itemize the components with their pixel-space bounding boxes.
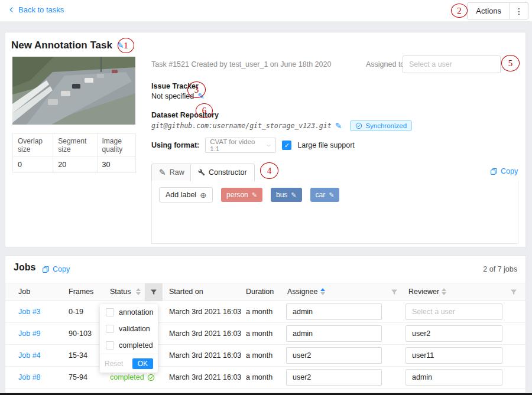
filter-ok-button[interactable]: OK <box>132 358 153 369</box>
jobs-card: Jobs Copy 2 of 7 jobs Job Frames Status … <box>5 255 526 393</box>
job-link[interactable]: Job #8 <box>18 373 41 381</box>
checkbox[interactable] <box>106 341 114 350</box>
task-meta: Task #1521 Created by test_user_1 on Jun… <box>151 60 331 68</box>
check-circle-icon <box>147 374 155 381</box>
more-vertical-icon[interactable]: ⋮ <box>510 6 528 16</box>
task-assignee-input[interactable] <box>403 56 501 73</box>
col-duration[interactable]: Duration <box>246 288 274 296</box>
job-reviewer-input[interactable] <box>406 303 502 320</box>
col-frames[interactable]: Frames <box>69 288 93 296</box>
back-to-tasks-label: Back to tasks <box>18 5 64 14</box>
col-assignee[interactable]: Assignee <box>287 288 317 296</box>
job-duration: a month <box>246 329 273 338</box>
tab-raw-label: Raw <box>170 168 184 177</box>
reviewer-sort-icon[interactable] <box>442 288 446 295</box>
job-link[interactable]: Job #9 <box>18 329 41 338</box>
edit-repo-icon[interactable]: ✎ <box>335 121 342 130</box>
params-header-row: Overlap size Segment size Image quality <box>13 134 136 157</box>
assignee-sort-icon[interactable] <box>320 288 325 295</box>
param-header-quality: Image quality <box>97 134 135 157</box>
actions-button[interactable]: Actions ⋮ <box>467 2 528 19</box>
edit-icon[interactable]: ✎ <box>291 191 296 199</box>
job-started-on: March 3rd 2021 16:03 <box>169 373 241 381</box>
table-row: Job #3 0-19 March 3rd 2021 16:03 a month <box>5 301 525 323</box>
status-filter-dropdown: annotationvalidationcompleted Reset OK <box>100 304 158 373</box>
job-reviewer-input[interactable] <box>406 369 502 386</box>
tab-raw[interactable]: ✎ Raw <box>151 164 192 181</box>
jobs-copy-label: Copy <box>53 265 70 273</box>
chevron-down-icon <box>266 143 271 148</box>
job-assignee-input[interactable] <box>286 325 382 342</box>
issue-tracker-value: Not specified <box>151 92 194 100</box>
filter-option-validation[interactable]: validation <box>100 321 158 337</box>
annotation-circle-3: 3 <box>187 81 206 98</box>
large-file-checkbox[interactable]: ✓ <box>282 141 291 150</box>
jobs-copy-link[interactable]: Copy <box>42 265 70 273</box>
label-tag-car[interactable]: car✎ <box>310 188 340 202</box>
label-tag-text: person <box>226 191 248 199</box>
format-select[interactable]: CVAT for video 1.1 <box>205 138 276 153</box>
status-filter-icon[interactable] <box>145 283 163 301</box>
job-assignee-input[interactable] <box>286 303 382 320</box>
table-row: Job #8 75-94 completed March 3rd 2021 16… <box>5 367 525 389</box>
label-tag-text: car <box>316 191 326 199</box>
table-row: Job #9 90-103 March 3rd 2021 16:03 a mon… <box>5 323 525 345</box>
job-frames: 75-94 <box>69 373 87 381</box>
status-sort-icon[interactable] <box>136 288 141 295</box>
job-assignee-input[interactable] <box>286 369 382 386</box>
table-row: Job #4 15-34 March 3rd 2021 16:03 a mont… <box>5 345 525 367</box>
col-job[interactable]: Job <box>18 288 30 296</box>
sync-check-icon <box>355 122 362 129</box>
col-reviewer[interactable]: Reviewer <box>408 288 439 296</box>
job-frames: 0-19 <box>69 308 83 316</box>
assigned-to-label: Assigned to <box>366 60 404 68</box>
params-value-row: 0 20 30 <box>13 157 136 173</box>
assignee-filter-icon[interactable] <box>391 289 398 298</box>
annotation-circle-6: 6 <box>196 103 213 118</box>
annotation-circle-4: 4 <box>260 162 278 179</box>
dataset-repo-row: git@github.com:username/git_storage_v123… <box>151 120 412 131</box>
labels-list: Add label ⊕ person✎bus✎car✎ <box>159 187 339 203</box>
funnel-icon <box>510 289 517 296</box>
filter-option-label: completed <box>119 341 153 350</box>
status-filter-options: annotationvalidationcompleted <box>100 304 158 354</box>
checkbox[interactable] <box>106 325 114 333</box>
filter-option-annotation[interactable]: annotation <box>100 304 158 321</box>
job-assignee-input[interactable] <box>286 347 382 364</box>
edit-icon[interactable]: ✎ <box>329 191 334 199</box>
col-started-on[interactable]: Started on <box>169 288 203 296</box>
param-header-overlap: Overlap size <box>13 134 53 157</box>
task-detail-card: New Annotation Task ✎ Overlap size Segme… <box>5 32 526 248</box>
task-thumbnail <box>12 57 135 125</box>
jobs-table-rows: Job #3 0-19 March 3rd 2021 16:03 a month… <box>5 301 525 389</box>
job-duration: a month <box>246 351 273 360</box>
label-tag-person[interactable]: person✎ <box>221 188 262 202</box>
label-tag-bus[interactable]: bus✎ <box>271 188 302 202</box>
col-status[interactable]: Status <box>110 288 131 296</box>
job-status-text: completed <box>110 373 144 381</box>
pencil-icon: ✎ <box>159 168 166 177</box>
format-select-value: CVAT for video 1.1 <box>210 138 266 152</box>
back-to-tasks-link[interactable]: Back to tasks <box>8 5 64 14</box>
filter-reset-button[interactable]: Reset <box>105 360 123 368</box>
param-value-overlap: 0 <box>13 157 53 173</box>
job-status: completed <box>110 373 155 381</box>
job-frames: 15-34 <box>69 351 87 360</box>
reviewer-filter-icon[interactable] <box>510 289 517 298</box>
job-reviewer-input[interactable] <box>406 347 502 364</box>
checkbox[interactable] <box>106 308 114 316</box>
actions-label[interactable]: Actions <box>468 6 510 15</box>
job-link[interactable]: Job #3 <box>18 308 41 316</box>
labels-copy-link[interactable]: Copy <box>490 167 518 175</box>
jobs-count: 2 of 7 jobs <box>483 265 517 273</box>
synchronized-badge[interactable]: Synchronized <box>350 120 412 131</box>
filter-option-label: annotation <box>119 308 153 316</box>
job-link[interactable]: Job #4 <box>18 351 41 360</box>
edit-icon[interactable]: ✎ <box>252 191 257 199</box>
tab-constructor[interactable]: Constructor <box>190 164 255 181</box>
job-reviewer-input[interactable] <box>406 325 502 342</box>
funnel-icon <box>391 289 398 296</box>
add-label-button[interactable]: Add label ⊕ <box>159 187 213 203</box>
filter-option-completed[interactable]: completed <box>100 337 158 354</box>
task-title-text: New Annotation Task <box>11 40 112 51</box>
